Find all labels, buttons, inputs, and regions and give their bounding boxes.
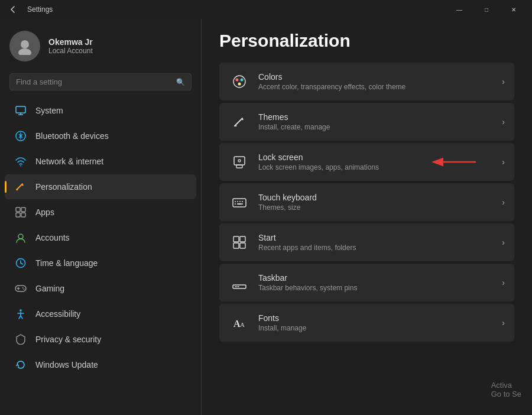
colors-chevron: ›: [502, 77, 505, 86]
windows-update-icon: [14, 358, 27, 371]
colors-desc: Accent color, transparency effects, colo…: [258, 83, 406, 91]
svg-point-1: [18, 48, 31, 55]
sidebar-item-accounts[interactable]: Accounts: [5, 225, 196, 250]
svg-rect-47: [240, 243, 245, 248]
settings-item-taskbar[interactable]: Taskbar Taskbar behaviors, system pins ›: [219, 264, 514, 301]
settings-item-lock-screen-left: Lock screen Lock screen images, apps, an…: [229, 151, 379, 173]
sidebar-item-accessibility[interactable]: Accessibility: [5, 301, 196, 326]
settings-item-lock-screen[interactable]: Lock screen Lock screen images, apps, an…: [219, 143, 514, 181]
svg-rect-2: [16, 106, 25, 113]
svg-text:A: A: [240, 321, 245, 328]
svg-line-26: [21, 316, 22, 319]
sidebar-item-gaming[interactable]: Gaming: [5, 276, 196, 301]
svg-rect-12: [21, 213, 25, 217]
svg-point-27: [233, 76, 245, 87]
sidebar-item-gaming-label: Gaming: [35, 284, 64, 293]
app-body: Okemwa Jr Local Account 🔍 System: [0, 19, 532, 415]
time-icon: [14, 257, 27, 270]
search-input[interactable]: [16, 77, 171, 86]
start-chevron: ›: [502, 238, 505, 247]
settings-item-fonts-text: Fonts Install, manage: [258, 313, 306, 332]
sidebar-nav: System Bluetooth & devices: [0, 98, 201, 378]
svg-point-28: [236, 79, 239, 82]
window-controls: — □ ✕: [446, 0, 527, 19]
minimize-button[interactable]: —: [446, 0, 473, 19]
svg-line-25: [19, 316, 21, 319]
svg-point-34: [238, 160, 241, 162]
sidebar-item-personalization-label: Personalization: [35, 182, 92, 192]
settings-item-colors[interactable]: Colors Accent color, transparency effect…: [219, 63, 514, 100]
fonts-title: Fonts: [258, 313, 306, 323]
sidebar-item-network[interactable]: Network & internet: [5, 149, 196, 174]
avatar: [9, 31, 40, 61]
sidebar-item-windows-update[interactable]: Windows Update: [5, 352, 196, 377]
lock-screen-icon: [229, 151, 250, 173]
settings-item-start-left: Start Recent apps and items, folders: [229, 232, 356, 253]
apps-icon: [14, 206, 27, 219]
settings-item-themes-text: Themes Install, create, manage: [258, 112, 330, 131]
gaming-icon: [14, 282, 27, 295]
system-icon: [14, 104, 27, 117]
back-button[interactable]: [5, 1, 21, 18]
privacy-icon: [14, 333, 27, 346]
sidebar-item-system-label: System: [35, 106, 63, 115]
sidebar-item-time-label: Time & language: [35, 258, 98, 268]
settings-item-colors-text: Colors Accent color, transparency effect…: [258, 72, 406, 91]
user-info: Okemwa Jr Local Account: [48, 37, 93, 55]
settings-item-taskbar-left: Taskbar Taskbar behaviors, system pins: [229, 272, 357, 293]
svg-point-13: [18, 234, 23, 239]
accounts-icon: [14, 231, 27, 244]
taskbar-icon: [229, 272, 250, 293]
sidebar-item-windows-update-label: Windows Update: [35, 360, 98, 369]
themes-chevron: ›: [502, 117, 505, 127]
user-role: Local Account: [48, 47, 93, 55]
settings-item-themes[interactable]: Themes Install, create, manage ›: [219, 103, 514, 141]
sidebar-item-apps[interactable]: Apps: [5, 200, 196, 225]
app-title: Settings: [27, 5, 53, 14]
svg-rect-44: [233, 236, 239, 242]
sidebar-item-system[interactable]: System: [5, 98, 196, 123]
sidebar-item-apps-label: Apps: [35, 208, 54, 217]
touch-keyboard-icon: [229, 192, 250, 213]
sidebar-item-network-label: Network & internet: [35, 157, 103, 166]
accessibility-icon: [14, 307, 27, 320]
sidebar-item-bluetooth[interactable]: Bluetooth & devices: [5, 124, 196, 148]
taskbar-title: Taskbar: [258, 273, 357, 283]
svg-line-16: [21, 263, 23, 264]
start-title: Start: [258, 233, 356, 242]
themes-title: Themes: [258, 112, 330, 122]
svg-point-22: [20, 309, 22, 312]
title-bar: Settings — □ ✕: [0, 0, 532, 19]
settings-item-taskbar-text: Taskbar Taskbar behaviors, system pins: [258, 273, 357, 292]
settings-item-start[interactable]: Start Recent apps and items, folders ›: [219, 223, 514, 261]
search-box[interactable]: 🔍: [9, 73, 192, 90]
lock-screen-chevron: ›: [502, 157, 505, 167]
svg-rect-36: [233, 199, 246, 207]
close-button[interactable]: ✕: [500, 0, 527, 19]
svg-rect-46: [233, 243, 239, 248]
content-area: Personalization Colors Acce: [202, 19, 532, 415]
svg-point-0: [21, 40, 29, 48]
touch-keyboard-chevron: ›: [502, 197, 505, 207]
network-icon: [14, 155, 27, 168]
sidebar-item-accessibility-label: Accessibility: [35, 309, 80, 319]
watermark-line2: Go to Se: [491, 390, 521, 398]
settings-item-touch-keyboard[interactable]: Touch keyboard Themes, size ›: [219, 183, 514, 221]
taskbar-desc: Taskbar behaviors, system pins: [258, 284, 357, 292]
title-bar-left: Settings: [5, 1, 53, 18]
user-name: Okemwa Jr: [48, 37, 93, 47]
themes-desc: Install, create, manage: [258, 123, 330, 131]
taskbar-chevron: ›: [502, 278, 505, 287]
start-icon: [229, 232, 250, 253]
fonts-chevron: ›: [502, 318, 505, 328]
settings-item-fonts[interactable]: A A Fonts Install, manage ›: [219, 304, 514, 342]
settings-item-touch-keyboard-left: Touch keyboard Themes, size: [229, 192, 317, 213]
svg-rect-9: [16, 208, 20, 212]
sidebar-item-time[interactable]: Time & language: [5, 251, 196, 275]
sidebar-item-privacy-label: Privacy & security: [35, 335, 101, 344]
sidebar-item-privacy[interactable]: Privacy & security: [5, 327, 196, 352]
bluetooth-icon: [14, 129, 27, 142]
sidebar-item-personalization[interactable]: Personalization: [5, 174, 196, 199]
settings-item-themes-left: Themes Install, create, manage: [229, 111, 330, 132]
maximize-button[interactable]: □: [473, 0, 500, 19]
